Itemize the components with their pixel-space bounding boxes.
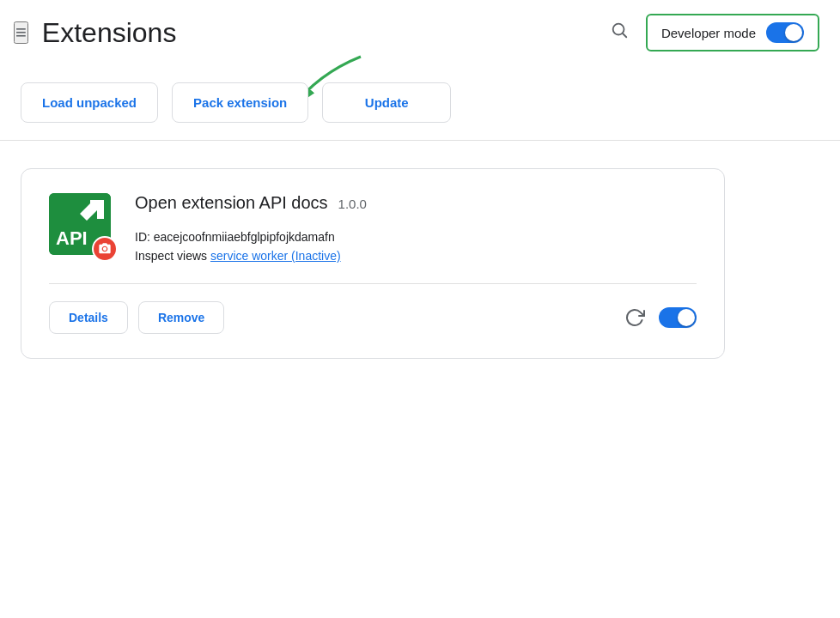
extension-version: 1.0.0 <box>338 197 367 211</box>
svg-text:API: API <box>56 227 88 249</box>
search-icon[interactable] <box>606 17 632 48</box>
card-actions: Details Remove <box>49 301 224 334</box>
header-left: ≡ Extensions <box>14 17 176 49</box>
developer-mode-label: Developer mode <box>661 26 756 40</box>
reload-button[interactable] <box>624 307 645 328</box>
toolbar: Load unpacked Pack extension Update <box>0 65 840 141</box>
remove-button[interactable]: Remove <box>138 301 224 334</box>
inspect-views-label: Inspect views <box>135 249 207 263</box>
pack-extension-button[interactable]: Pack extension <box>172 82 308 123</box>
extension-name-row: Open extension API docs 1.0.0 <box>135 193 697 213</box>
update-button[interactable]: Update <box>322 82 451 123</box>
page-title: Extensions <box>42 17 177 49</box>
svg-line-1 <box>623 33 626 37</box>
extension-id: ID: eacejcoofnmiiaebfglpipfojkdamafn <box>135 230 697 244</box>
header-right: Developer mode <box>606 14 819 52</box>
load-unpacked-button[interactable]: Load unpacked <box>21 82 158 123</box>
card-top: API Open extension API docs 1.0.0 <box>49 193 697 263</box>
developer-mode-box: Developer mode <box>646 14 819 52</box>
extension-meta: ID: eacejcoofnmiiaebfglpipfojkdamafn Ins… <box>135 230 697 263</box>
toolbar-container: Load unpacked Pack extension Update <box>0 65 840 141</box>
developer-mode-toggle[interactable] <box>766 22 804 43</box>
extension-toggle[interactable] <box>659 307 697 328</box>
toggle-thumb <box>785 24 802 41</box>
service-worker-link[interactable]: service worker (Inactive) <box>210 249 341 263</box>
card-bottom: Details Remove <box>49 283 697 334</box>
details-button[interactable]: Details <box>49 301 128 334</box>
card-right-actions <box>624 307 697 328</box>
extension-card: API Open extension API docs 1.0.0 <box>21 168 725 359</box>
svg-point-0 <box>613 24 624 35</box>
camera-badge <box>92 236 118 262</box>
extension-name: Open extension API docs <box>135 193 328 213</box>
menu-icon[interactable]: ≡ <box>14 21 28 44</box>
extension-toggle-thumb <box>678 309 695 326</box>
header: ≡ Extensions Developer mode <box>0 0 840 65</box>
extensions-list: API Open extension API docs 1.0.0 <box>0 141 840 386</box>
extension-inspect: Inspect views service worker (Inactive) <box>135 249 697 263</box>
extension-icon-wrapper: API <box>49 193 111 255</box>
extension-info: Open extension API docs 1.0.0 ID: eacejc… <box>135 193 697 263</box>
